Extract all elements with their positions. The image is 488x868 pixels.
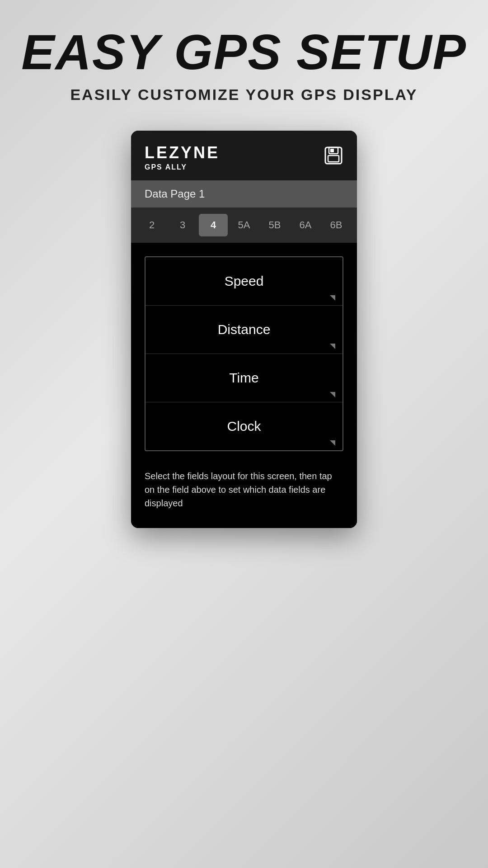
tabs-row: 2 3 4 5A 5B 6A 6B xyxy=(131,208,357,243)
chevron-down-icon xyxy=(330,295,335,301)
tab-6a[interactable]: 6A xyxy=(291,214,320,236)
svg-rect-2 xyxy=(328,156,339,162)
field-clock[interactable]: Clock xyxy=(145,402,343,450)
field-speed-label: Speed xyxy=(225,274,264,289)
tab-6b[interactable]: 6B xyxy=(322,214,351,236)
logo-container: LEZYNE GPS ALLY xyxy=(145,143,220,171)
help-text: Select the fields layout for this screen… xyxy=(131,460,357,528)
chevron-down-icon xyxy=(330,392,335,397)
fields-container: Speed Distance Time Clock xyxy=(131,243,357,460)
fields-grid: Speed Distance Time Clock xyxy=(145,256,343,451)
app-logo-subtitle: GPS ALLY xyxy=(145,163,220,171)
data-page-label: Data Page 1 xyxy=(145,188,205,200)
page-subtitle: EASILY CUSTOMIZE YOUR GPS DISPLAY xyxy=(70,86,418,104)
phone-mockup: LEZYNE GPS ALLY Data Page 1 2 3 4 5A 5B … xyxy=(131,131,357,528)
field-distance[interactable]: Distance xyxy=(145,306,343,354)
app-logo: LEZYNE xyxy=(145,143,220,162)
save-icon[interactable] xyxy=(324,146,343,170)
app-header: LEZYNE GPS ALLY xyxy=(131,131,357,180)
svg-rect-3 xyxy=(330,149,334,152)
data-page-bar: Data Page 1 xyxy=(131,180,357,208)
page-title: EASY GPS SETUP xyxy=(21,27,467,77)
field-distance-label: Distance xyxy=(218,322,271,337)
chevron-down-icon xyxy=(330,344,335,349)
tab-4[interactable]: 4 xyxy=(199,214,228,236)
tab-2[interactable]: 2 xyxy=(137,214,166,236)
chevron-down-icon xyxy=(330,440,335,446)
field-time[interactable]: Time xyxy=(145,354,343,402)
tab-5b[interactable]: 5B xyxy=(260,214,289,236)
field-speed[interactable]: Speed xyxy=(145,257,343,306)
tab-3[interactable]: 3 xyxy=(168,214,197,236)
field-time-label: Time xyxy=(229,370,259,386)
field-clock-label: Clock xyxy=(227,419,261,434)
tab-5a[interactable]: 5A xyxy=(230,214,258,236)
